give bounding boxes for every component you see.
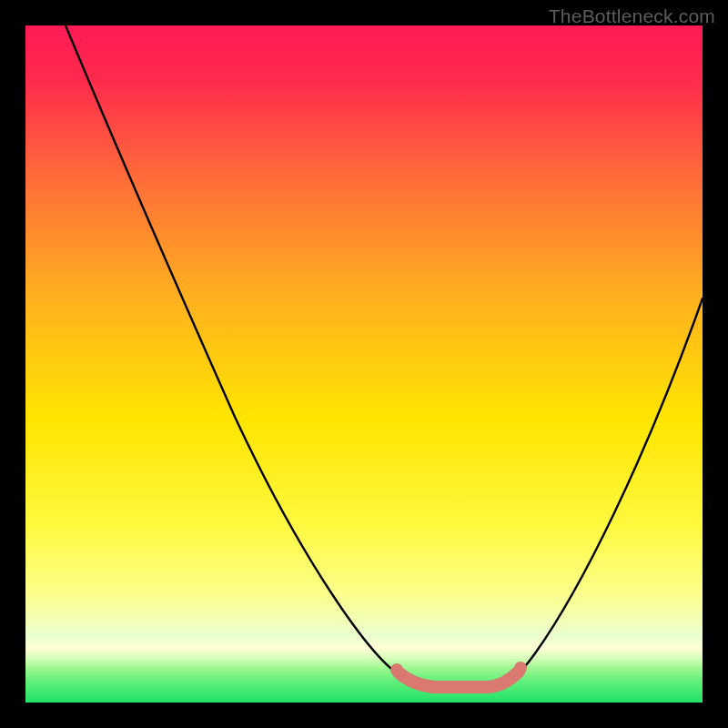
trough-end-dot-right [514, 662, 527, 674]
trough-highlight-segment [399, 672, 519, 687]
bottleneck-curve [66, 25, 703, 687]
attribution-watermark: TheBottleneck.com [549, 5, 715, 27]
plot-area [25, 25, 703, 703]
trough-end-dot-left [390, 663, 403, 676]
bottleneck-curve-svg [25, 25, 703, 703]
bottleneck-chart-frame: TheBottleneck.com [0, 0, 728, 728]
